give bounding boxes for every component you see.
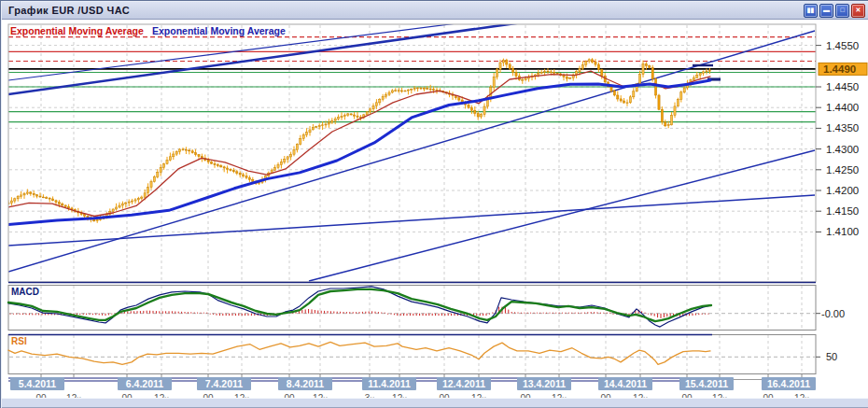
- candle-body: [334, 119, 336, 120]
- candle-body: [160, 167, 161, 172]
- rsi-panel-border[interactable]: [8, 335, 816, 374]
- candle-body: [429, 89, 431, 90]
- candle-body: [502, 61, 504, 63]
- candle-body: [540, 72, 542, 73]
- candle-body: [398, 91, 399, 91]
- candle-body: [509, 64, 511, 68]
- candle-body: [30, 192, 32, 193]
- candle-body: [274, 167, 276, 170]
- candle-body: [343, 115, 345, 116]
- candle-body: [338, 118, 340, 120]
- candle-body: [423, 88, 425, 89]
- candle-body: [33, 193, 35, 194]
- candle-body: [277, 164, 279, 167]
- date-badge-label: 7.4.2011: [205, 378, 243, 389]
- window-buttons: ▮▮▬□✕: [804, 4, 868, 18]
- candle-body: [497, 69, 498, 77]
- candle-body: [601, 70, 603, 77]
- candle-body: [553, 73, 555, 74]
- candle-body: [325, 124, 327, 125]
- date-badge-label: 8.4.2011: [287, 378, 324, 389]
- candle-body: [49, 198, 50, 199]
- candle-body: [175, 152, 177, 155]
- chart-canvas: 1.45501.44501.44001.43501.43001.42501.42…: [2, 20, 868, 408]
- candle-body: [293, 150, 295, 155]
- candle-body: [312, 127, 314, 130]
- candle-body: [62, 204, 63, 205]
- candle-body: [280, 162, 282, 165]
- date-badge-label: 15.4.2011: [685, 378, 728, 389]
- panel-button[interactable]: ▮▮: [804, 4, 818, 18]
- date-badge-label: 14.4.2011: [604, 378, 647, 389]
- candle-body: [14, 199, 16, 201]
- candle-body: [23, 193, 25, 195]
- candle-body: [287, 157, 288, 160]
- candle-body: [436, 90, 438, 91]
- candle-body: [296, 144, 298, 149]
- candle-body: [683, 88, 685, 92]
- price-tick-label: 1.4200: [826, 185, 859, 196]
- candle-body: [39, 196, 41, 197]
- candle-body: [661, 109, 663, 122]
- candle-body: [610, 87, 612, 91]
- candle-body: [26, 192, 28, 193]
- candle-body: [132, 201, 133, 202]
- candle-body: [357, 116, 358, 117]
- candle-body: [232, 171, 234, 172]
- candle-body: [331, 120, 333, 122]
- candle-body: [458, 98, 460, 100]
- macd-value-label: -0.00: [821, 308, 845, 319]
- candle-body: [191, 151, 193, 153]
- candle-body: [96, 220, 98, 221]
- candle-body: [169, 157, 171, 161]
- candle-body: [468, 105, 469, 107]
- candle-body: [350, 114, 352, 115]
- price-tick-label: 1.4450: [826, 81, 859, 92]
- candle-body: [64, 205, 66, 207]
- candle-body: [239, 173, 241, 175]
- candle-body: [10, 201, 12, 203]
- candle-body: [46, 198, 48, 199]
- candle-body: [556, 73, 558, 74]
- candle-body: [150, 182, 152, 188]
- candle-body: [141, 197, 143, 198]
- candle-body: [17, 197, 19, 199]
- candle-body: [433, 90, 435, 91]
- chart-plot[interactable]: [8, 24, 816, 282]
- candle-body: [417, 88, 419, 89]
- candle-body: [512, 68, 514, 72]
- candle-body: [395, 91, 397, 91]
- candle-body: [52, 199, 54, 201]
- candle-body: [629, 97, 631, 103]
- candle-body: [677, 99, 679, 106]
- candle-body: [493, 77, 495, 87]
- window-title: График EUR /USD ЧАС: [2, 5, 130, 16]
- candle-body: [674, 106, 676, 116]
- candle-body: [153, 176, 155, 181]
- candle-body: [58, 203, 60, 204]
- chart-window: График EUR /USD ЧАС ▮▮▬□✕ 1.45501.44501.…: [0, 0, 868, 408]
- candle-body: [515, 73, 517, 77]
- close-button[interactable]: ✕: [851, 4, 865, 18]
- candle-body: [195, 153, 197, 155]
- candle-body: [290, 154, 292, 157]
- candle-body: [708, 70, 710, 71]
- restore-button[interactable]: □: [835, 4, 849, 18]
- candle-body: [538, 74, 539, 75]
- window-titlebar[interactable]: График EUR /USD ЧАС ▮▮▬□✕: [2, 2, 868, 20]
- horizontal-scrollbar[interactable]: [2, 398, 868, 408]
- candle-body: [211, 162, 213, 164]
- candle-body: [366, 112, 368, 115]
- date-badge-label: 16.4.2011: [767, 378, 810, 389]
- price-tick-label: 1.4300: [826, 144, 859, 155]
- candle-body: [474, 110, 476, 113]
- candle-body: [633, 91, 635, 97]
- candle-body: [620, 99, 622, 101]
- candle-body: [506, 61, 508, 64]
- candle-body: [667, 125, 669, 126]
- candle-body: [347, 114, 349, 115]
- close-icon: ✕: [856, 7, 861, 13]
- minimize-button[interactable]: ▬: [819, 4, 833, 18]
- macd-label: MACD: [11, 287, 39, 297]
- candle-body: [525, 78, 526, 79]
